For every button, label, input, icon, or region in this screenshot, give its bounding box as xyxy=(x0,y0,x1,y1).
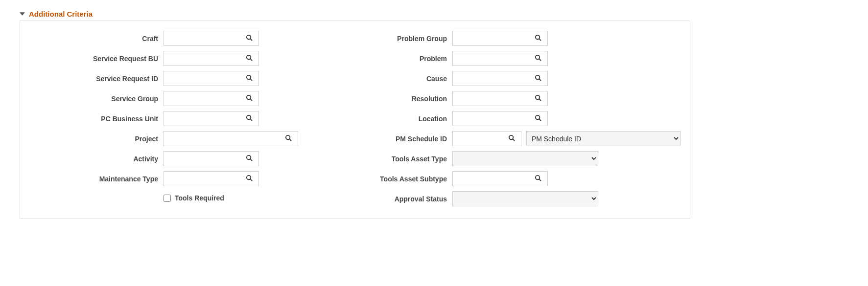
problem-group-input[interactable] xyxy=(453,31,531,45)
service-request-id-input[interactable] xyxy=(164,71,242,86)
pc-business-unit-label: PC Business Unit xyxy=(25,109,162,129)
svg-line-14 xyxy=(250,99,252,101)
search-icon xyxy=(535,114,542,123)
location-input[interactable] xyxy=(453,111,531,126)
tools-asset-type-select[interactable] xyxy=(452,151,598,166)
problem-label: Problem xyxy=(373,48,451,68)
pc-business-unit-lookup-button[interactable] xyxy=(242,111,256,126)
resolution-lookup-button[interactable] xyxy=(531,91,545,106)
svg-point-27 xyxy=(246,175,250,179)
svg-line-10 xyxy=(250,79,252,81)
tools-asset-subtype-lookup xyxy=(452,171,548,186)
problem-group-lookup xyxy=(452,31,548,46)
search-icon xyxy=(246,94,253,103)
section-header[interactable]: Additional Criteria xyxy=(20,10,848,18)
svg-line-8 xyxy=(539,59,541,61)
craft-input[interactable] xyxy=(164,31,242,45)
svg-point-21 xyxy=(285,135,289,139)
search-icon xyxy=(535,34,542,43)
pm-schedule-id-label: PM Schedule ID xyxy=(373,129,451,149)
project-lookup-button[interactable] xyxy=(282,132,295,146)
svg-point-25 xyxy=(246,155,250,159)
project-input[interactable] xyxy=(164,132,282,146)
svg-line-20 xyxy=(539,119,541,121)
svg-point-19 xyxy=(535,115,539,119)
activity-lookup-button[interactable] xyxy=(242,152,256,166)
activity-lookup xyxy=(164,151,259,166)
svg-point-11 xyxy=(535,75,539,79)
service-request-id-lookup-button[interactable] xyxy=(242,71,256,86)
search-icon xyxy=(246,34,253,43)
svg-point-15 xyxy=(535,95,539,99)
maintenance-type-input[interactable] xyxy=(164,172,242,186)
svg-point-17 xyxy=(246,115,250,119)
approval-status-select[interactable] xyxy=(452,191,598,206)
maintenance-type-lookup-button[interactable] xyxy=(242,172,256,186)
tools-asset-subtype-lookup-button[interactable] xyxy=(531,172,545,186)
svg-line-28 xyxy=(250,179,252,181)
svg-point-29 xyxy=(535,175,539,179)
service-request-bu-input[interactable] xyxy=(164,51,242,66)
craft-lookup-button[interactable] xyxy=(242,31,256,45)
service-group-input[interactable] xyxy=(164,91,242,106)
project-label: Project xyxy=(25,129,162,149)
approval-status-label: Approval Status xyxy=(373,189,451,209)
search-icon xyxy=(246,54,253,63)
maintenance-type-label: Maintenance Type xyxy=(25,169,162,189)
search-icon xyxy=(535,74,542,83)
search-icon xyxy=(246,114,253,123)
resolution-input[interactable] xyxy=(453,91,531,106)
svg-line-18 xyxy=(250,119,252,121)
search-icon xyxy=(535,175,542,183)
svg-line-12 xyxy=(539,79,541,81)
tools-required-checkbox[interactable] xyxy=(164,195,171,202)
tools-asset-subtype-label: Tools Asset Subtype xyxy=(373,169,451,189)
svg-point-9 xyxy=(246,75,250,79)
search-icon xyxy=(535,94,542,103)
svg-line-16 xyxy=(539,99,541,101)
svg-point-7 xyxy=(535,55,539,59)
pc-business-unit-lookup xyxy=(164,111,259,126)
svg-line-2 xyxy=(250,39,252,41)
activity-input[interactable] xyxy=(164,152,242,166)
service-group-lookup-button[interactable] xyxy=(242,91,256,106)
search-icon xyxy=(246,74,253,83)
activity-label: Activity xyxy=(25,149,162,169)
problem-group-lookup-button[interactable] xyxy=(531,31,545,45)
problem-input[interactable] xyxy=(453,51,531,66)
search-icon xyxy=(508,134,516,143)
service-request-bu-lookup-button[interactable] xyxy=(242,51,256,66)
svg-point-1 xyxy=(246,35,250,39)
resolution-label: Resolution xyxy=(373,88,451,109)
location-label: Location xyxy=(373,109,451,129)
cause-input[interactable] xyxy=(453,71,531,86)
cause-label: Cause xyxy=(373,68,451,88)
service-request-id-lookup xyxy=(164,71,259,86)
svg-line-24 xyxy=(513,139,515,141)
service-request-id-label: Service Request ID xyxy=(25,68,162,88)
svg-line-6 xyxy=(250,59,252,61)
cause-lookup-button[interactable] xyxy=(531,71,545,86)
tools-asset-subtype-input[interactable] xyxy=(453,172,531,186)
project-lookup xyxy=(164,131,298,146)
pm-schedule-id-lookup xyxy=(452,131,521,146)
location-lookup-button[interactable] xyxy=(531,111,545,126)
search-icon xyxy=(246,154,253,163)
pm-schedule-id-select[interactable]: PM Schedule ID xyxy=(526,131,680,146)
svg-line-30 xyxy=(539,179,541,181)
problem-lookup xyxy=(452,51,548,66)
location-lookup xyxy=(452,111,548,126)
svg-marker-0 xyxy=(20,12,25,16)
search-icon xyxy=(535,54,542,63)
svg-point-5 xyxy=(246,55,250,59)
section-title: Additional Criteria xyxy=(29,10,93,18)
service-group-label: Service Group xyxy=(25,88,162,109)
craft-lookup xyxy=(164,31,259,46)
problem-lookup-button[interactable] xyxy=(531,51,545,66)
pm-schedule-id-lookup-button[interactable] xyxy=(505,132,518,146)
svg-line-22 xyxy=(289,139,291,141)
pc-business-unit-input[interactable] xyxy=(164,111,242,126)
tools-asset-type-label: Tools Asset Type xyxy=(373,149,451,169)
additional-criteria-panel: Craft Problem Group xyxy=(20,21,690,219)
pm-schedule-id-input[interactable] xyxy=(453,132,505,146)
